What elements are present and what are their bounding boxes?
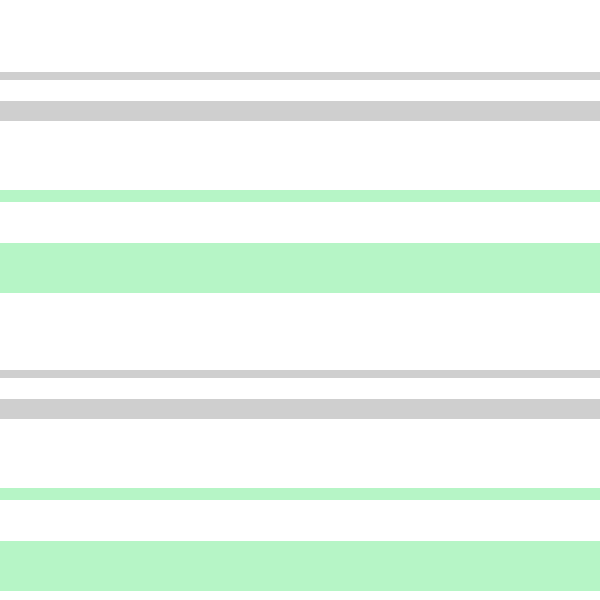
stripe-1: [0, 101, 600, 121]
stripe-0: [0, 72, 600, 80]
stripe-5: [0, 399, 600, 419]
stripe-2: [0, 190, 600, 202]
stripe-3: [0, 243, 600, 293]
stripe-4: [0, 370, 600, 378]
stripe-7: [0, 541, 600, 591]
stripe-6: [0, 488, 600, 500]
